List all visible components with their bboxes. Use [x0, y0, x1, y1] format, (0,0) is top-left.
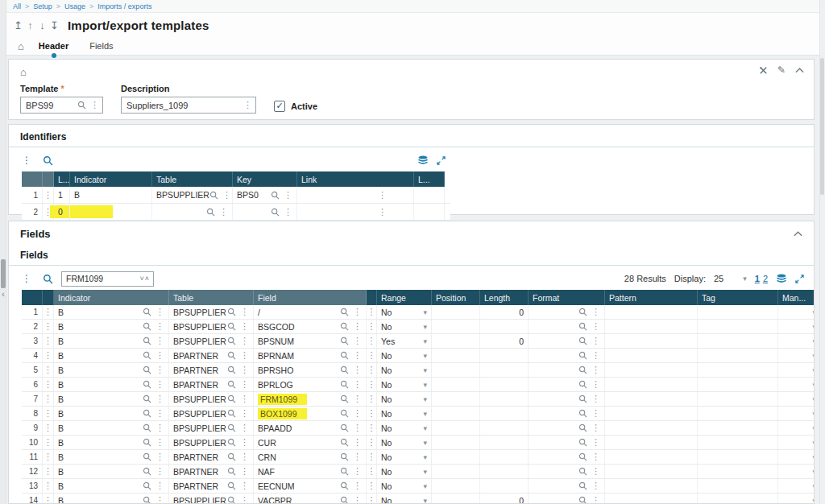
table-cell-search-icon[interactable] [227, 496, 236, 504]
indicator-cell[interactable]: B⋮ [54, 378, 169, 391]
table-cell-search-icon[interactable] [206, 208, 215, 217]
mandatory-caret-icon[interactable]: ▾ [812, 308, 815, 316]
tag-cell[interactable] [698, 349, 778, 362]
table-cell-search-icon[interactable] [209, 191, 218, 200]
field-cell-search-icon[interactable] [340, 308, 349, 316]
row-menu-kebab-icon[interactable]: ⋮ [44, 322, 52, 331]
row-kebab-icon[interactable]: ⋮ [367, 322, 376, 331]
indicator-cell-kebab-icon[interactable]: ⋮ [155, 351, 164, 360]
mandatory-cell[interactable]: ▾ [778, 334, 815, 348]
table-cell[interactable]: BPSUPPLIER⋮ [169, 494, 254, 504]
field-cell-kebab-icon[interactable]: ⋮ [353, 423, 362, 432]
format-cell[interactable]: ⋮ [529, 494, 605, 504]
format-cell-search-icon[interactable] [578, 395, 587, 403]
identifiers-layers-icon[interactable] [417, 155, 429, 165]
key-cell-search-icon[interactable] [271, 191, 280, 200]
indicator-cell[interactable]: B⋮ [54, 436, 169, 449]
row-number[interactable]: 1 [22, 305, 43, 319]
link-cell-kebab-icon[interactable]: ⋮ [378, 191, 387, 200]
pattern-cell[interactable] [605, 479, 698, 493]
tag-cell[interactable] [698, 479, 778, 493]
length-cell[interactable]: 0 [480, 305, 529, 319]
row-menu-kebab-icon[interactable]: ⋮ [44, 395, 52, 403]
indicator-cell-kebab-icon[interactable]: ⋮ [155, 308, 164, 316]
customize-icon[interactable] [759, 66, 768, 75]
format-cell[interactable]: ⋮ [529, 407, 605, 420]
range-caret-icon[interactable]: ▾ [423, 424, 427, 432]
mandatory-cell[interactable]: ▾ [778, 421, 815, 435]
field-cell[interactable]: BPAADD⋮ [254, 421, 367, 435]
active-checkbox[interactable]: ✓ [274, 101, 285, 112]
table-cell-search-icon[interactable] [227, 337, 236, 345]
row-menu-kebab-icon[interactable]: ⋮ [44, 308, 52, 316]
field-cell-search-icon[interactable] [340, 438, 349, 447]
range-caret-icon[interactable]: ▾ [423, 308, 427, 316]
key-cell[interactable]: ⋮ [233, 204, 297, 220]
row-menu-kebab-icon[interactable]: ⋮ [44, 438, 52, 447]
field-cell-kebab-icon[interactable]: ⋮ [353, 452, 362, 461]
fields-search-icon[interactable] [43, 274, 53, 284]
mandatory-caret-icon[interactable]: ▾ [812, 497, 815, 504]
fields-layers-icon[interactable] [776, 274, 787, 283]
fields-expand-icon[interactable] [795, 275, 804, 283]
indicator-cell-kebab-icon[interactable]: ⋮ [155, 452, 164, 461]
row-kebab-icon[interactable]: ⋮ [367, 423, 376, 432]
row-number[interactable]: 1 [22, 187, 43, 203]
table-cell[interactable]: BPSUPPLIER⋮ [169, 320, 254, 333]
format-cell-kebab-icon[interactable]: ⋮ [591, 481, 600, 490]
mandatory-caret-icon[interactable]: ▾ [812, 366, 815, 374]
row-menu-kebab-icon[interactable]: ⋮ [44, 496, 52, 504]
mandatory-cell[interactable]: ▾ [778, 378, 815, 391]
indicator-cell[interactable]: B⋮ [54, 450, 169, 464]
row-kebab-icon[interactable]: ⋮ [367, 452, 376, 461]
row-kebab-icon[interactable]: ⋮ [367, 409, 376, 418]
field-cell[interactable]: CRN⋮ [254, 450, 367, 464]
format-cell-search-icon[interactable] [578, 322, 587, 331]
row-number[interactable]: 6 [22, 378, 43, 391]
indicator-cell[interactable]: B⋮ [54, 407, 169, 420]
description-kebab-icon[interactable]: ⋮ [243, 101, 252, 109]
row-menu-kebab-icon[interactable]: ⋮ [44, 191, 52, 200]
indicator-cell-search-icon[interactable] [143, 351, 151, 360]
position-cell[interactable] [432, 349, 480, 362]
range-cell[interactable]: No▾ [377, 494, 432, 504]
table-cell-kebab-icon[interactable]: ⋮ [222, 191, 231, 200]
range-cell[interactable]: No▾ [377, 479, 432, 493]
field-cell-kebab-icon[interactable]: ⋮ [353, 322, 362, 331]
section-home-icon[interactable]: ⌂ [20, 66, 27, 78]
link2-cell[interactable] [414, 204, 445, 220]
length-cell[interactable] [480, 436, 529, 449]
format-cell[interactable]: ⋮ [529, 320, 605, 333]
identifiers-grid-menu-kebab-icon[interactable]: ⋮ [22, 155, 31, 165]
row-number[interactable]: 8 [22, 407, 43, 420]
tag-cell[interactable] [698, 334, 778, 348]
mandatory-cell[interactable]: ▾ [778, 392, 815, 406]
format-cell[interactable]: ⋮ [529, 421, 605, 435]
field-cell-kebab-icon[interactable]: ⋮ [353, 337, 362, 345]
table-cell-kebab-icon[interactable]: ⋮ [240, 423, 249, 432]
row-menu-kebab-icon[interactable]: ⋮ [44, 409, 52, 418]
pattern-cell[interactable] [605, 320, 698, 333]
first-record-icon[interactable]: ↥ [13, 20, 23, 31]
field-cell-kebab-icon[interactable]: ⋮ [353, 395, 362, 403]
table-cell[interactable]: BPSUPPLIER⋮ [169, 392, 254, 406]
indicator-cell-search-icon[interactable] [143, 423, 151, 432]
tag-cell[interactable] [698, 378, 778, 391]
row-menu-kebab-icon[interactable]: ⋮ [44, 481, 52, 490]
indicator-cell-kebab-icon[interactable]: ⋮ [155, 481, 164, 490]
mandatory-caret-icon[interactable]: ▾ [812, 410, 815, 418]
range-caret-icon[interactable]: ▾ [423, 337, 427, 345]
field-cell-search-icon[interactable] [340, 481, 349, 490]
fields-grid-menu-kebab-icon[interactable]: ⋮ [22, 274, 31, 283]
template-kebab-icon[interactable]: ⋮ [90, 101, 99, 109]
length-cell[interactable] [480, 407, 529, 420]
indicator-cell-search-icon[interactable] [143, 467, 151, 476]
range-caret-icon[interactable]: ▾ [423, 352, 427, 360]
mandatory-caret-icon[interactable]: ▾ [812, 323, 815, 331]
length-cell[interactable] [480, 378, 529, 391]
row-kebab-icon[interactable]: ⋮ [367, 351, 376, 360]
table-cell[interactable]: BPARTNER⋮ [169, 450, 254, 464]
field-cell-search-icon[interactable] [340, 337, 349, 345]
format-cell-kebab-icon[interactable]: ⋮ [591, 380, 600, 389]
indicator-cell[interactable]: B⋮ [54, 320, 169, 333]
